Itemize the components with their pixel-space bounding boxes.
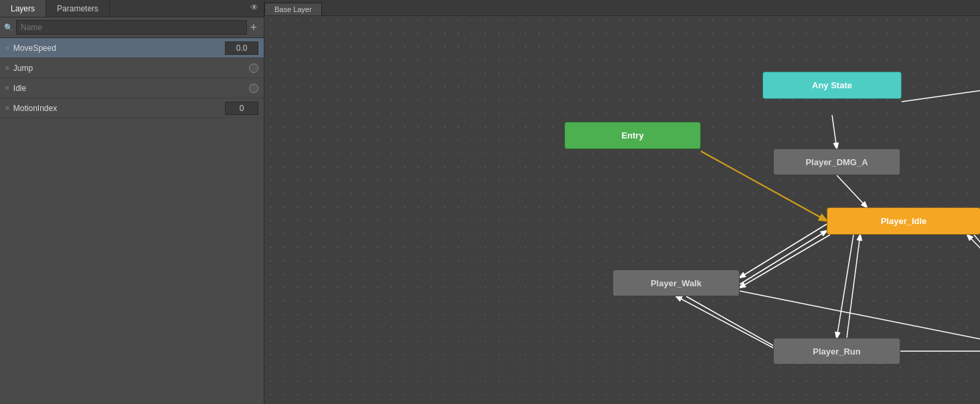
- param-checkbox-jump[interactable]: [249, 64, 258, 73]
- param-checkbox-idle[interactable]: [249, 84, 258, 93]
- param-name-movespeed: MoveSpeed: [13, 43, 225, 53]
- param-value-motionindex[interactable]: [225, 102, 258, 115]
- svg-line-13: [974, 235, 980, 338]
- drag-handle: ≡: [5, 104, 9, 112]
- node-entry[interactable]: Entry: [564, 122, 701, 149]
- parameter-list: ≡ MoveSpeed ≡ Jump ≡ Idle ≡ MotionIndex: [0, 38, 264, 404]
- param-row-motionindex[interactable]: ≡ MotionIndex: [0, 98, 264, 118]
- search-input[interactable]: [16, 20, 247, 35]
- svg-line-3: [837, 175, 867, 207]
- drag-handle: ≡: [5, 64, 9, 72]
- add-parameter-button[interactable]: +: [247, 21, 260, 33]
- node-player-walk[interactable]: Player_Walk: [612, 270, 740, 296]
- search-icon: 🔍: [4, 23, 13, 32]
- param-row-idle[interactable]: ≡ Idle: [0, 78, 264, 98]
- param-row-jump[interactable]: ≡ Jump: [0, 58, 264, 78]
- svg-line-7: [847, 235, 860, 338]
- svg-line-1: [832, 115, 837, 148]
- param-row-movespeed[interactable]: ≡ MoveSpeed: [0, 38, 264, 58]
- search-row: 🔍 +: [0, 17, 264, 38]
- canvas-tab-bar: Base Layer: [264, 0, 980, 16]
- param-value-movespeed[interactable]: [225, 41, 258, 55]
- param-name-jump: Jump: [13, 64, 249, 73]
- svg-line-4: [740, 224, 827, 278]
- param-name-idle: Idle: [13, 84, 249, 93]
- canvas-area: Base Layer: [264, 0, 980, 404]
- node-player-run[interactable]: Player_Run: [773, 338, 900, 365]
- svg-line-14: [967, 235, 980, 338]
- param-name-motionindex: MotionIndex: [13, 104, 225, 113]
- tab-layers[interactable]: Layers: [0, 0, 46, 17]
- svg-line-17: [740, 235, 830, 288]
- left-panel: Layers Parameters 👁 🔍 + ≡ MoveSpeed ≡ Ju…: [0, 0, 264, 404]
- eye-icon[interactable]: 👁: [245, 0, 264, 17]
- drag-handle: ≡: [5, 44, 9, 52]
- node-player-dmga[interactable]: Player_DMG_A: [773, 148, 900, 175]
- tab-parameters[interactable]: Parameters: [46, 0, 110, 17]
- canvas-tab-baselayer[interactable]: Base Layer: [264, 3, 322, 15]
- panel-tabs: Layers Parameters 👁: [0, 0, 264, 17]
- node-player-idle[interactable]: Player_Idle: [827, 207, 980, 235]
- svg-line-5: [740, 231, 827, 284]
- svg-line-10: [676, 296, 773, 348]
- svg-line-6: [837, 235, 853, 338]
- node-any-state[interactable]: Any State: [762, 72, 902, 99]
- drag-handle: ≡: [5, 84, 9, 92]
- svg-line-0: [902, 90, 980, 102]
- svg-line-11: [686, 296, 783, 351]
